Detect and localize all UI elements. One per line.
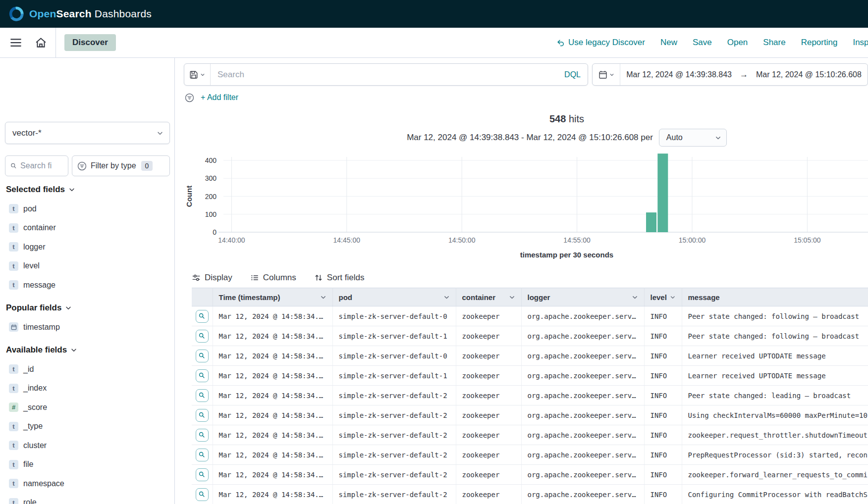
field-item-role[interactable]: trole [5,493,170,504]
histogram-bar[interactable] [657,153,668,232]
expand-document-button[interactable] [196,429,209,442]
nav-link-inspect[interactable]: Inspect [853,38,868,48]
cell-level: INFO [644,485,682,504]
expand-document-button[interactable] [196,468,209,481]
nav-link-save[interactable]: Save [693,38,712,48]
cell-container: zookeeper [456,425,521,445]
app-header: OpenSearch Dashboards [0,0,868,28]
add-filter-button[interactable]: + Add filter [201,93,238,102]
field-item-_score[interactable]: #_score [5,398,170,417]
svg-text:Count: Count [185,186,193,207]
filter-bar: + Add filter [184,90,868,105]
inspect-icon [198,332,206,340]
table-header-message[interactable]: message [682,288,868,306]
date-field-icon [9,322,18,332]
index-pattern-select[interactable]: vector-* [5,122,170,144]
table-header-pod[interactable]: pod [332,288,456,306]
cell-message: Learner received UPTODATE message [682,366,868,386]
table-header-container[interactable]: container [456,288,521,306]
field-name: role [23,498,37,504]
section-title: Selected fields [6,185,65,195]
expand-document-button[interactable] [196,389,209,402]
field-item-cluster[interactable]: tcluster [5,436,170,455]
field-item-file[interactable]: tfile [5,455,170,474]
home-button[interactable] [32,34,50,51]
nav-link-share[interactable]: Share [763,38,785,48]
breadcrumb[interactable]: Discover [64,34,116,51]
date-from[interactable]: Mar 12, 2024 @ 14:39:38.843 [626,70,732,79]
cell-level: INFO [644,326,682,346]
field-item-_type[interactable]: t_type [5,417,170,436]
saved-queries-button[interactable] [184,64,211,85]
expand-document-button[interactable] [196,350,209,362]
search-bar: DQL Mar 12, 2024 @ 14:39:38.843 → Mar 12… [184,63,868,86]
cell-level: INFO [644,346,682,366]
cell-message: Peer state changed: leading – broadcast [682,386,868,405]
field-search-input[interactable] [20,161,65,170]
field-name: timestamp [23,323,60,332]
field-section-popular-fields[interactable]: Popular fields [5,299,170,318]
cell-logger: org.apache.zookeeper.serv… [521,445,644,465]
cell-pod: simple-zk-server-default-1 [332,366,456,386]
expand-document-button[interactable] [196,310,209,323]
date-to[interactable]: Mar 12, 2024 @ 15:10:26.608 [756,70,862,79]
field-section-selected-fields[interactable]: Selected fields [5,180,170,200]
field-item-timestamp[interactable]: timestamp [5,318,170,337]
field-item-pod[interactable]: tpod [5,200,170,219]
cell-pod: simple-zk-server-default-2 [332,386,456,405]
expand-document-button[interactable] [196,449,209,461]
string-field-icon: t [9,364,18,374]
table-header-time-timestamp-[interactable]: Time (timestamp) [213,288,332,306]
cell-level: INFO [644,405,682,425]
filter-menu-button[interactable] [184,92,195,103]
sort-fields-button[interactable]: Sort fields [314,273,365,283]
expand-document-button[interactable] [196,488,209,501]
nav-link-reporting[interactable]: Reporting [801,38,838,48]
cell-logger: org.apache.zookeeper.serv… [521,465,644,485]
sidebar: vector-* Filter by type 0 Selected field… [0,58,175,504]
filter-by-type-button[interactable]: Filter by type 0 [72,155,170,176]
brand-search: Search [56,8,91,19]
cell-message: Peer state changed: following – broadcas… [682,306,868,326]
expand-document-button[interactable] [196,330,209,343]
inspect-icon [198,312,206,320]
cell-logger: org.apache.zookeeper.serv… [521,405,644,425]
chevron-down-icon [443,294,450,301]
search-query-input[interactable] [217,70,559,80]
table-row: Mar 12, 2024 @ 14:58:34.…simple-zk-serve… [192,425,868,445]
table-header-logger[interactable]: logger [521,288,644,306]
display-button[interactable]: Display [192,273,232,283]
nav-link-new[interactable]: New [660,38,677,48]
chevron-down-icon [609,72,614,77]
table-header-level[interactable]: level [644,288,682,306]
table-row: Mar 12, 2024 @ 14:58:34.…simple-zk-serve… [192,326,868,346]
field-item-logger[interactable]: tlogger [5,238,170,257]
svg-text:300: 300 [205,174,217,182]
expand-document-button[interactable] [196,369,209,382]
cell-message: Peer state changed: following – broadcas… [682,326,868,346]
chevron-down-icon [509,294,515,301]
field-item-message[interactable]: tmessage [5,276,170,295]
menu-button[interactable] [7,34,25,51]
histogram-chart[interactable]: 010020030040014:40:0014:45:0014:50:0014:… [184,153,868,250]
query-language-button[interactable]: DQL [559,70,581,79]
use-legacy-discover-link[interactable]: Use legacy Discover [556,38,645,48]
field-item-_id[interactable]: t_id [5,360,170,379]
field-item-level[interactable]: tlevel [5,256,170,276]
nav-link-open[interactable]: Open [727,38,748,48]
divider [55,28,56,57]
field-section-available-fields[interactable]: Available fields [5,341,170,360]
field-item-_index[interactable]: t_index [5,379,170,398]
interval-select[interactable]: Auto [659,129,727,147]
expand-document-button[interactable] [196,409,209,422]
columns-button[interactable]: Columns [250,273,296,283]
hits-panel: 548 hits Mar 12, 2024 @ 14:39:38.843 - M… [184,113,868,259]
cell-time: Mar 12, 2024 @ 14:58:34.… [213,326,332,346]
field-item-namespace[interactable]: tnamespace [5,474,170,494]
table-row: Mar 12, 2024 @ 14:58:34.…simple-zk-serve… [192,465,868,485]
date-quick-select-button[interactable] [593,64,620,85]
histogram-bar[interactable] [646,212,656,232]
table-row: Mar 12, 2024 @ 14:58:34.…simple-zk-serve… [192,485,868,504]
field-search[interactable] [5,155,68,176]
field-item-container[interactable]: tcontainer [5,218,170,238]
